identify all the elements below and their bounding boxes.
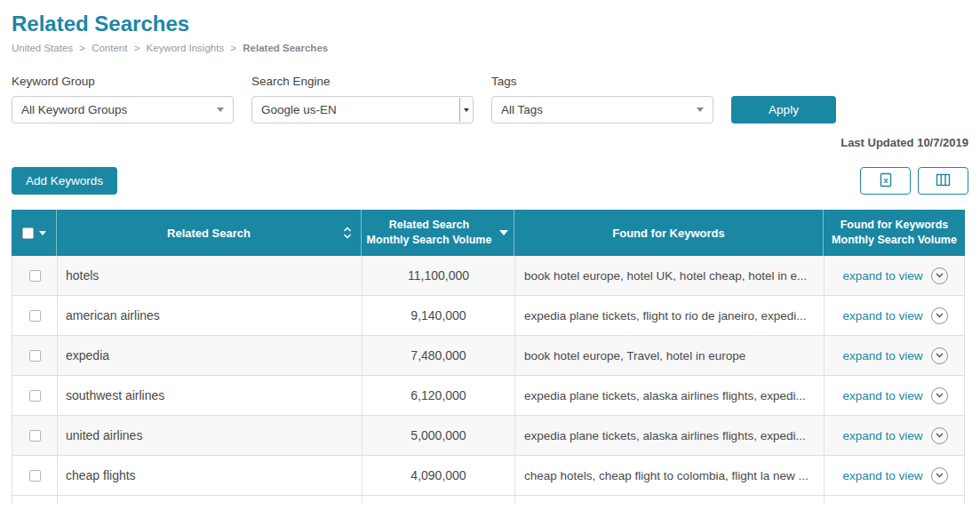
header-related-search[interactable]: Related Search <box>56 210 361 256</box>
row-select-cell <box>12 416 57 455</box>
last-updated-text: Last Updated 10/7/2019 <box>12 136 968 149</box>
chevron-down-icon <box>936 273 944 278</box>
expand-chevron-button[interactable] <box>931 467 948 484</box>
tags-value: All Tags <box>501 103 543 116</box>
export-excel-button[interactable]: x <box>860 167 911 195</box>
expand-to-view-link[interactable]: expand to view <box>842 349 922 363</box>
keyword-group-filter: Keyword Group All Keyword Groups <box>12 75 234 124</box>
breadcrumb-separator: > <box>79 43 85 53</box>
header-found-for: Found for Keywords <box>514 210 823 256</box>
chevron-down-icon <box>936 473 944 478</box>
row-checkbox[interactable] <box>29 390 41 402</box>
table-row: hotels 11,100,000 book hotel europe, hot… <box>12 256 964 296</box>
breadcrumb-item[interactable]: Keyword Insights <box>147 43 225 53</box>
chevron-down-icon <box>464 108 469 112</box>
sort-desc-icon[interactable] <box>499 230 508 235</box>
search-engine-value: Google us-EN <box>261 103 337 116</box>
table-row-partial <box>12 496 964 504</box>
table-row: southwest airlines 6,120,000 expedia pla… <box>12 376 964 416</box>
breadcrumb-separator: > <box>230 43 236 53</box>
chevron-down-icon <box>217 108 224 112</box>
related-volume-cell: 6,120,000 <box>362 376 514 415</box>
sort-updown-icon[interactable] <box>343 226 352 240</box>
selection-menu-caret-icon[interactable] <box>39 231 46 235</box>
column-picker-button[interactable] <box>918 167 968 195</box>
column-picker-icon <box>936 173 951 189</box>
related-volume-cell: 7,480,000 <box>362 336 514 375</box>
found-volume-cell: expand to view <box>824 256 966 295</box>
row-select-cell <box>12 456 57 495</box>
related-search-cell: cheap flights <box>57 456 362 495</box>
found-for-keywords-cell: expedia plane tickets, flight to rio de … <box>514 296 824 335</box>
expand-to-view-link[interactable]: expand to view <box>842 429 922 442</box>
expand-chevron-button[interactable] <box>931 387 948 404</box>
add-keywords-button[interactable]: Add Keywords <box>12 167 117 195</box>
tags-dropdown[interactable]: All Tags <box>491 96 713 124</box>
svg-text:x: x <box>883 176 888 185</box>
keyword-group-value: All Keyword Groups <box>21 103 127 116</box>
header-related-volume[interactable]: Related Search Monthly Search Volume <box>361 210 514 256</box>
table-row: united airlines 5,000,000 expedia plane … <box>12 416 964 456</box>
breadcrumb-current: Related Searches <box>243 43 328 53</box>
related-search-cell: expedia <box>57 336 362 375</box>
chevron-down-icon <box>936 353 944 358</box>
expand-chevron-button[interactable] <box>931 267 948 284</box>
found-for-keywords-cell: book hotel europe, Travel, hotel in euro… <box>514 336 824 375</box>
apply-button[interactable]: Apply <box>731 96 836 124</box>
search-engine-label: Search Engine <box>251 75 474 88</box>
expand-chevron-button[interactable] <box>931 347 948 364</box>
row-checkbox[interactable] <box>29 350 41 362</box>
search-engine-filter: Search Engine Google us-EN <box>251 75 474 124</box>
search-engine-select[interactable]: Google us-EN <box>251 96 474 124</box>
select-arrow-strip[interactable] <box>459 98 472 122</box>
breadcrumb-item[interactable]: Content <box>92 43 127 53</box>
expand-to-view-link[interactable]: expand to view <box>842 309 922 323</box>
found-volume-cell: expand to view <box>824 416 966 455</box>
breadcrumb-item[interactable]: United States <box>12 43 73 53</box>
row-checkbox[interactable] <box>29 470 41 482</box>
row-select-cell <box>12 296 57 335</box>
found-for-keywords-cell: expedia plane tickets, alaska airlines f… <box>514 416 824 455</box>
related-volume-cell: 4,090,000 <box>362 456 514 495</box>
chevron-down-icon <box>936 433 944 438</box>
expand-to-view-link[interactable]: expand to view <box>842 269 922 283</box>
keyword-group-dropdown[interactable]: All Keyword Groups <box>12 96 234 124</box>
related-volume-cell: 5,000,000 <box>362 416 514 455</box>
table-row: expedia 7,480,000 book hotel europe, Tra… <box>12 336 964 376</box>
table-toolbar: Add Keywords x <box>12 167 968 195</box>
expand-chevron-button[interactable] <box>931 307 948 324</box>
related-search-cell: hotels <box>57 256 362 295</box>
related-search-cell: american airlines <box>57 296 362 335</box>
row-checkbox[interactable] <box>29 270 41 282</box>
found-for-keywords-cell: cheap hotels, cheap flight to colombia, … <box>514 456 824 495</box>
row-select-cell <box>12 256 57 295</box>
header-found-volume-label: Found for Keywords Monthly Search Volume <box>832 218 957 248</box>
table-body: hotels 11,100,000 book hotel europe, hot… <box>12 256 965 504</box>
table-row: american airlines 9,140,000 expedia plan… <box>12 296 964 336</box>
keyword-group-label: Keyword Group <box>12 75 234 88</box>
header-found-volume: Found for Keywords Monthly Search Volume <box>823 210 965 256</box>
select-all-checkbox[interactable] <box>22 227 34 239</box>
row-select-cell <box>12 336 57 375</box>
related-search-cell: southwest airlines <box>57 376 362 415</box>
chevron-down-icon <box>697 108 704 112</box>
table-row: cheap flights 4,090,000 cheap hotels, ch… <box>12 456 964 496</box>
tags-filter: Tags All Tags <box>491 75 713 124</box>
found-volume-cell: expand to view <box>824 336 966 375</box>
header-related-volume-label: Related Search Monthly Search Volume <box>367 218 492 248</box>
filter-bar: Keyword Group All Keyword Groups Search … <box>12 75 968 124</box>
page: Related Searches United States > Content… <box>0 12 980 504</box>
expand-chevron-button[interactable] <box>931 427 948 444</box>
found-volume-cell: expand to view <box>824 456 966 495</box>
found-volume-cell: expand to view <box>824 296 966 335</box>
row-checkbox[interactable] <box>29 310 41 322</box>
related-volume-cell: 9,140,000 <box>362 296 514 335</box>
found-for-keywords-cell: expedia plane tickets, alaska airlines f… <box>514 376 824 415</box>
expand-to-view-link[interactable]: expand to view <box>842 469 922 482</box>
page-title: Related Searches <box>12 12 968 36</box>
related-search-cell: united airlines <box>57 416 362 455</box>
expand-to-view-link[interactable]: expand to view <box>842 389 922 402</box>
table-header-row: Related Search Related Search Monthly Se… <box>12 210 965 256</box>
row-checkbox[interactable] <box>29 430 41 442</box>
found-volume-cell: expand to view <box>824 376 966 415</box>
